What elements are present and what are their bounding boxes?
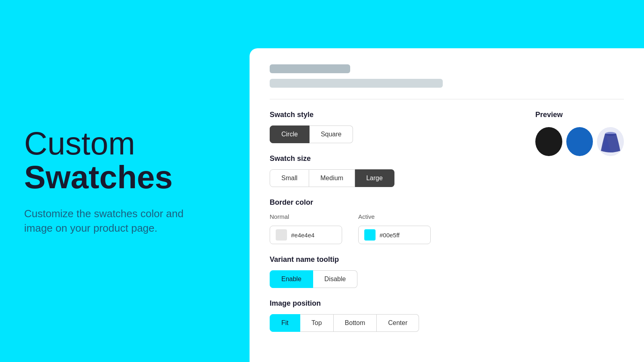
left-panel: Custom Swatches Customize the swatches c… — [0, 0, 250, 362]
color-inputs-row: Normal Active — [270, 213, 519, 244]
headline-line1: Custom — [24, 125, 135, 161]
normal-color-label: Normal — [270, 213, 342, 220]
border-color-label: Border color — [270, 198, 519, 207]
preview-swatch-image — [597, 127, 624, 156]
image-position-label: Image position — [270, 299, 519, 308]
normal-color-swatch — [276, 229, 287, 241]
swatch-style-group: Circle Square — [270, 125, 519, 143]
normal-color-group: Normal — [270, 213, 342, 244]
tooltip-enable-button[interactable]: Enable — [270, 270, 313, 288]
swatch-size-medium-button[interactable]: Medium — [309, 169, 355, 187]
position-top-button[interactable]: Top — [300, 314, 334, 332]
active-color-input[interactable] — [380, 232, 420, 239]
main-content: Swatch style Circle Square Swatch size S… — [270, 111, 624, 343]
image-position-section: Image position Fit Top Bottom Center — [270, 299, 519, 332]
right-panel: Swatch style Circle Square Swatch size S… — [250, 48, 644, 362]
headline-line2: Swatches — [24, 159, 173, 195]
swatch-size-large-button[interactable]: Large — [355, 169, 394, 187]
settings-area: Swatch style Circle Square Swatch size S… — [270, 111, 519, 343]
headline: Custom Swatches — [24, 127, 225, 194]
variant-tooltip-group: Enable Disable — [270, 270, 519, 288]
active-color-label: Active — [358, 213, 431, 220]
variant-tooltip-label: Variant name tooltip — [270, 255, 519, 264]
subtitle: Customize the swatches color and image o… — [24, 206, 209, 236]
skeleton-bar-short — [270, 64, 350, 73]
position-bottom-button[interactable]: Bottom — [334, 314, 377, 332]
preview-swatch-blue — [566, 127, 593, 156]
active-color-input-wrapper[interactable] — [358, 226, 431, 244]
swatch-style-label: Swatch style — [270, 111, 519, 119]
swatch-size-section: Swatch size Small Medium Large — [270, 154, 519, 187]
active-color-swatch — [364, 229, 376, 241]
swatch-size-small-button[interactable]: Small — [270, 169, 309, 187]
swatch-style-section: Swatch style Circle Square — [270, 111, 519, 143]
active-color-group: Active — [358, 213, 431, 244]
image-position-group: Fit Top Bottom Center — [270, 314, 519, 332]
swatch-size-group: Small Medium Large — [270, 169, 519, 187]
swatch-size-label: Swatch size — [270, 154, 519, 163]
skirt-icon — [599, 130, 622, 153]
position-fit-button[interactable]: Fit — [270, 314, 300, 332]
border-color-section: Border color Normal Active — [270, 198, 519, 244]
variant-tooltip-section: Variant name tooltip Enable Disable — [270, 255, 519, 288]
preview-title: Preview — [535, 111, 624, 119]
preview-swatch-black — [535, 127, 562, 156]
skeleton-bar-long — [270, 79, 443, 88]
swatch-style-circle-button[interactable]: Circle — [270, 125, 310, 143]
normal-color-input[interactable] — [291, 232, 331, 239]
swatch-style-square-button[interactable]: Square — [310, 125, 353, 143]
normal-color-input-wrapper[interactable] — [270, 226, 342, 244]
preview-area: Preview — [535, 111, 624, 343]
tooltip-disable-button[interactable]: Disable — [313, 270, 357, 288]
divider-top — [270, 99, 624, 99]
preview-swatches — [535, 127, 624, 156]
position-center-button[interactable]: Center — [377, 314, 419, 332]
